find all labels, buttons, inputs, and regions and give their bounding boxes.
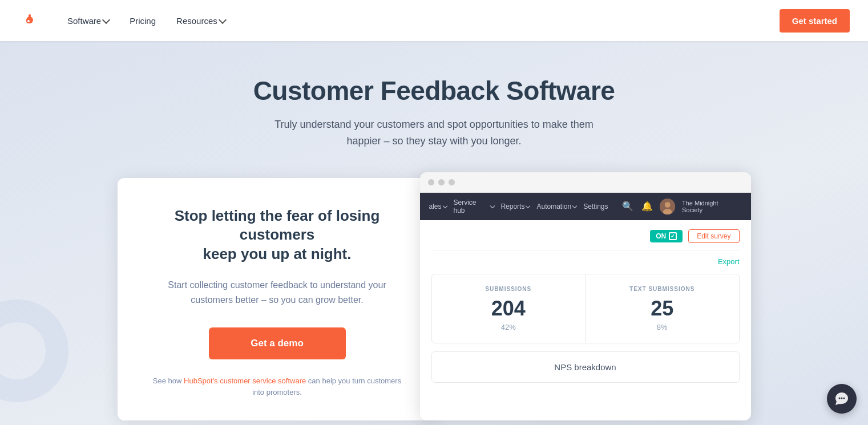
demo-area: Stop letting the fear of losing customer…	[0, 172, 868, 421]
nav-software-label: Software	[67, 16, 101, 26]
dot-green	[449, 179, 455, 185]
nav-resources[interactable]: Resources	[168, 11, 233, 30]
logo[interactable]	[18, 9, 39, 32]
submissions-value: 204	[446, 297, 572, 321]
svg-point-2	[27, 20, 30, 22]
demo-card-title: Stop letting the fear of losing customer…	[152, 207, 403, 264]
toggle-on[interactable]: ON ✓	[650, 230, 683, 242]
stat-text-submissions: TEXT SUBMISSIONS 25 8%	[586, 274, 739, 343]
divider	[431, 250, 740, 250]
hubspot-link[interactable]: HubSpot's customer service software	[184, 377, 306, 385]
app-nav-reports[interactable]: Reports	[500, 203, 530, 211]
reports-chevron-icon	[526, 203, 530, 208]
app-titlebar	[420, 172, 751, 193]
app-nav-user: The Midnight Society	[682, 200, 742, 213]
app-nav-icons: 🔍 🔔	[622, 201, 653, 212]
nav-resources-label: Resources	[176, 16, 217, 26]
nav-software[interactable]: Software	[59, 11, 117, 30]
demo-footnote: See how HubSpot's customer service softw…	[152, 375, 403, 398]
service-hub-chevron-icon	[490, 203, 494, 208]
navbar: Software Pricing Resources Get started	[0, 0, 868, 41]
app-nav-automation[interactable]: Automation	[536, 203, 576, 211]
search-icon[interactable]: 🔍	[622, 201, 633, 212]
hero-subtitle-line2: happier – so they stay with you longer.	[346, 135, 521, 147]
svg-point-6	[839, 398, 841, 399]
user-avatar	[660, 199, 675, 214]
svg-point-7	[841, 398, 843, 399]
toggle-label: ON	[656, 232, 666, 240]
svg-point-8	[843, 398, 845, 399]
hero-section: Customer Feedback Software Truly underst…	[0, 41, 868, 425]
nps-breakdown-label: NPS breakdown	[446, 362, 725, 372]
app-nav-service-hub[interactable]: Service hub	[454, 199, 494, 214]
nps-breakdown-box: NPS breakdown	[431, 351, 740, 383]
submissions-label: SUBMISSIONS	[446, 286, 572, 292]
hero-subtitle: Truly understand your customers and spot…	[263, 116, 605, 149]
user-name-label: The Midnight Society	[682, 200, 740, 213]
stats-row: SUBMISSIONS 204 42% TEXT SUBMISSIONS 25 …	[431, 274, 740, 343]
app-screenshot: ales Service hub Reports Automation Sett…	[420, 172, 751, 421]
chat-bubble-button[interactable]	[827, 384, 857, 414]
app-nav-settings[interactable]: Settings	[583, 203, 608, 211]
text-submissions-value: 25	[599, 297, 725, 321]
dot-red	[428, 179, 434, 185]
nav-links: Software Pricing Resources	[59, 11, 780, 30]
export-link[interactable]: Export	[431, 257, 740, 266]
nav-pricing-label: Pricing	[130, 16, 156, 26]
nav-pricing[interactable]: Pricing	[122, 11, 164, 30]
app-controls: ON ✓ Edit survey	[431, 229, 740, 243]
resources-chevron-icon	[219, 15, 227, 23]
demo-title-line1: Stop letting the fear of losing customer…	[175, 207, 380, 244]
get-started-button[interactable]: Get started	[780, 9, 850, 33]
app-navbar: ales Service hub Reports Automation Sett…	[420, 193, 751, 220]
hero-title: Customer Feedback Software	[11, 75, 857, 106]
bell-icon[interactable]: 🔔	[641, 201, 653, 212]
software-chevron-icon	[102, 15, 110, 23]
edit-survey-button[interactable]: Edit survey	[688, 229, 739, 243]
submissions-pct: 42%	[446, 323, 572, 331]
hero-subtitle-line1: Truly understand your customers and spot…	[274, 119, 594, 130]
demo-title-line2: keep you up at night.	[203, 245, 351, 262]
get-demo-button[interactable]: Get a demo	[209, 327, 346, 359]
demo-card-subtitle: Start collecting customer feedback to un…	[152, 278, 403, 307]
hero-text: Customer Feedback Software Truly underst…	[0, 75, 868, 149]
automation-chevron-icon	[572, 203, 577, 208]
app-body: ON ✓ Edit survey Export SUBMISSIONS 204 …	[420, 220, 751, 392]
stat-submissions: SUBMISSIONS 204 42%	[432, 274, 586, 343]
dot-yellow	[438, 179, 445, 185]
svg-point-4	[664, 202, 670, 208]
demo-card: Stop letting the fear of losing customer…	[118, 178, 437, 421]
sales-chevron-icon	[442, 203, 447, 208]
text-submissions-label: TEXT SUBMISSIONS	[599, 286, 725, 292]
text-submissions-pct: 8%	[599, 323, 725, 331]
app-nav-sales[interactable]: ales	[429, 203, 447, 211]
toggle-check-icon: ✓	[669, 232, 677, 240]
